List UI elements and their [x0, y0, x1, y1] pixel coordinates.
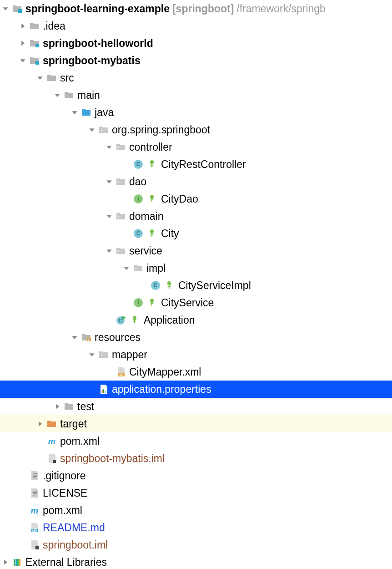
tree-node[interactable]: springboot-learning-example[springboot]/… [0, 0, 392, 17]
tree-node[interactable]: C CityServiceImpl [0, 277, 392, 294]
tree-node[interactable]: test [0, 398, 392, 415]
tree-node[interactable]: LICENSE [0, 484, 392, 502]
tree-node-label: pom.xml [60, 435, 100, 447]
tree-node[interactable]: dao [0, 173, 392, 190]
tree-node[interactable]: .idea [0, 17, 392, 35]
package-icon [98, 124, 109, 135]
tree-node[interactable]: mpom.xml [0, 432, 392, 450]
spring-bean-icon [164, 280, 175, 291]
class-icon: C [150, 280, 161, 291]
tree-node[interactable]: impl [0, 259, 392, 277]
tree-node[interactable]: resources [0, 329, 392, 346]
svg-point-14 [136, 268, 137, 269]
svg-rect-43 [35, 546, 39, 549]
tree-node-label: CityRestController [161, 158, 246, 171]
tree-node[interactable]: mapper [0, 346, 392, 363]
tree-arrow-down-icon[interactable] [35, 72, 45, 83]
tree-node[interactable]: service [0, 242, 392, 259]
tree-node[interactable]: C CityRestController [0, 156, 392, 173]
folder-icon [29, 20, 40, 31]
tree-arrow-right-icon[interactable] [17, 38, 28, 49]
tree-node-label: .gitignore [43, 470, 86, 482]
tree-arrow-right-icon[interactable] [17, 20, 28, 31]
svg-point-10 [118, 216, 120, 218]
tree-arrow-right-icon[interactable] [35, 418, 45, 429]
svg-text:C: C [154, 282, 158, 289]
tree-arrow-down-icon[interactable] [69, 332, 80, 343]
tree-node[interactable]: MDREADME.md [0, 519, 392, 536]
package-icon [116, 142, 126, 152]
text-icon [29, 470, 40, 481]
tree-node[interactable]: C City [0, 225, 392, 242]
package-icon [116, 176, 126, 187]
tree-node[interactable]: application.properties [0, 381, 392, 398]
folder-icon [46, 72, 57, 83]
svg-rect-37 [33, 492, 37, 493]
tree-arrow-down-icon[interactable] [17, 55, 28, 66]
tree-node[interactable]: org.spring.springboot [0, 121, 392, 138]
tree-node-label: target [60, 418, 87, 430]
tree-node-label: test [77, 401, 94, 413]
svg-rect-29 [105, 391, 106, 393]
svg-rect-32 [33, 473, 37, 474]
tree-arrow-down-icon[interactable] [104, 245, 115, 256]
tree-node[interactable]: mpom.xml [0, 502, 392, 519]
tree-node-label: springboot-helloworld [43, 37, 153, 50]
tree-node-label: main [77, 89, 100, 102]
tree-node[interactable]: springboot-mybatis.iml [0, 450, 392, 467]
tree-node-label: City [161, 228, 179, 240]
tree-node-label: LICENSE [43, 487, 87, 499]
svg-text:C: C [136, 161, 141, 168]
tree-node[interactable]: <>CityMapper.xml [0, 363, 392, 381]
tree-node[interactable]: External Libraries [0, 554, 392, 569]
folder-res-icon [81, 332, 92, 343]
tree-node[interactable]: springboot-mybatis [0, 52, 392, 69]
tree-node[interactable]: main [0, 86, 392, 104]
tree-arrow-down-icon[interactable] [121, 263, 132, 274]
package-icon [116, 245, 126, 256]
svg-text:C: C [119, 318, 122, 323]
folder-icon [64, 401, 75, 412]
tree-node[interactable]: src [0, 69, 392, 86]
svg-rect-28 [103, 389, 104, 393]
tree-node[interactable]: domain [0, 208, 392, 225]
tree-node[interactable]: .gitignore [0, 467, 392, 484]
tree-arrow-down-icon[interactable] [104, 211, 115, 222]
module-note: [springboot] [172, 3, 234, 15]
svg-point-24 [101, 355, 102, 356]
svg-rect-1 [35, 44, 39, 47]
tree-node-label: .idea [43, 20, 65, 32]
tree-arrow-right-icon[interactable] [0, 557, 11, 568]
tree-arrow-down-icon[interactable] [86, 124, 97, 135]
tree-arrow-down-icon[interactable] [104, 176, 115, 187]
svg-rect-2 [35, 61, 39, 65]
md-icon: MD [29, 522, 40, 533]
folder-orange-icon [46, 418, 57, 429]
svg-point-13 [118, 251, 120, 252]
tree-arrow-down-icon[interactable] [52, 90, 63, 101]
svg-rect-22 [89, 336, 90, 341]
tree-arrow-down-icon[interactable] [69, 107, 80, 118]
tree-arrow-right-icon[interactable] [52, 401, 63, 412]
folder-module-icon [12, 3, 23, 14]
tree-node[interactable]: I CityDao [0, 190, 392, 208]
module-path: /framework/springb [236, 3, 326, 15]
tree-node[interactable]: java [0, 104, 392, 121]
tree-node[interactable]: controller [0, 138, 392, 156]
folder-module-icon [29, 55, 40, 66]
tree-node[interactable]: springboot-helloworld [0, 35, 392, 52]
tree-node[interactable]: C Application [0, 311, 392, 329]
tree-arrow-down-icon[interactable] [104, 142, 115, 152]
spring-bean-icon [146, 297, 157, 308]
svg-rect-44 [14, 559, 15, 566]
svg-rect-21 [87, 337, 88, 341]
tree-node-label: domain [129, 210, 163, 223]
tree-arrow-down-icon[interactable] [86, 349, 97, 360]
tree-node[interactable]: I CityService [0, 294, 392, 311]
tree-arrow-down-icon[interactable] [0, 3, 11, 14]
tree-node-label: CityService [161, 297, 214, 309]
tree-node[interactable]: target [0, 415, 392, 432]
tree-node[interactable]: springboot.iml [0, 536, 392, 554]
tree-node-label: java [95, 107, 114, 119]
folder-blue-icon [81, 107, 92, 118]
